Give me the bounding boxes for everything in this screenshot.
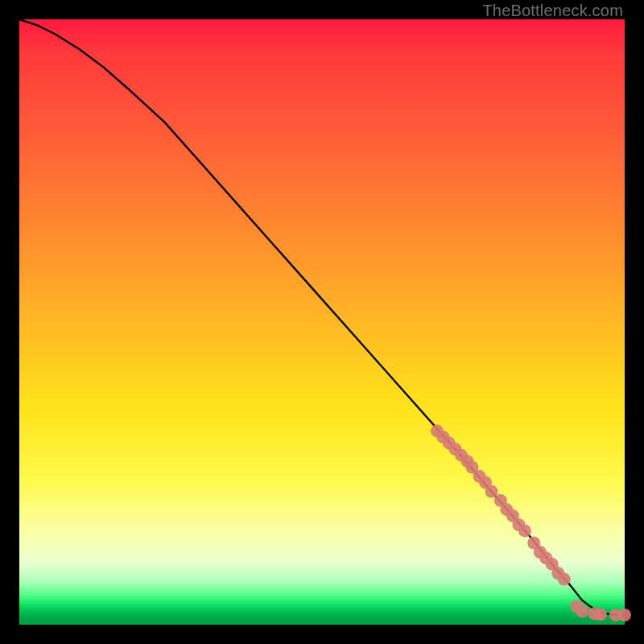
data-point — [485, 485, 498, 498]
chart-frame: TheBottleneck.com — [0, 0, 644, 644]
data-point — [558, 573, 571, 586]
marker-group — [431, 424, 631, 621]
main-curve — [19, 19, 625, 615]
plot-area — [19, 19, 625, 625]
curve-layer — [19, 19, 625, 625]
data-point — [518, 524, 531, 537]
watermark-text: TheBottleneck.com — [482, 2, 623, 20]
data-point — [594, 608, 607, 621]
data-point — [576, 605, 588, 617]
data-point — [618, 609, 631, 621]
